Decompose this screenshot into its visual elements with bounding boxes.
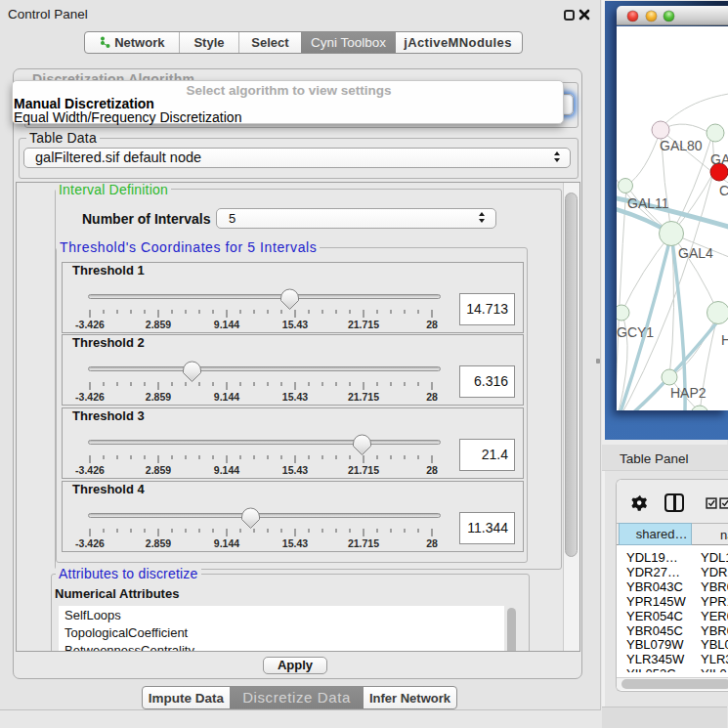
svg-text:GAL11: GAL11: [627, 195, 669, 211]
svg-text:GAL80: GAL80: [660, 138, 703, 153]
svg-text:H: H: [721, 332, 728, 348]
svg-text:HAP2: HAP2: [670, 385, 707, 401]
svg-text:GAL4: GAL4: [678, 245, 713, 261]
svg-text:C: C: [719, 183, 728, 198]
svg-text:GCY1: GCY1: [617, 324, 654, 340]
svg-text:GA: GA: [710, 151, 728, 167]
